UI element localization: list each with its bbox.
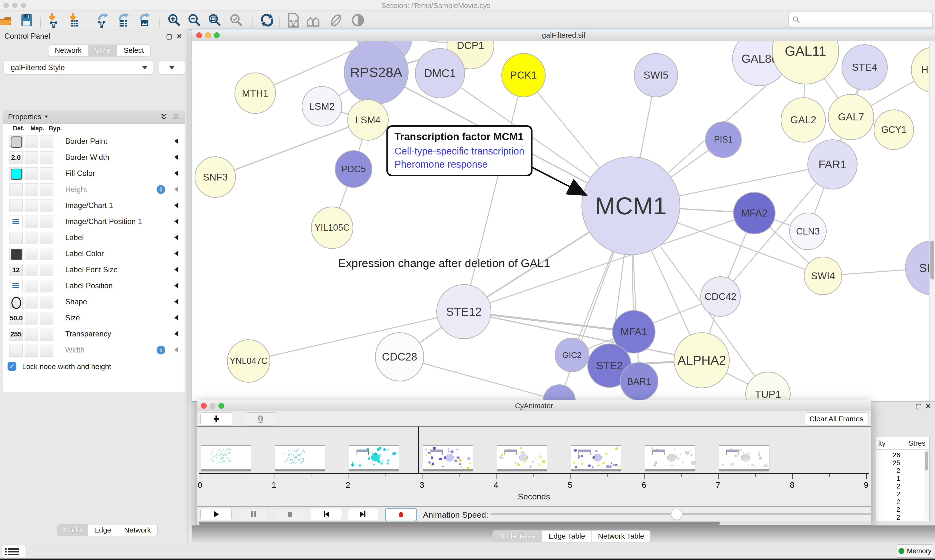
- table-header[interactable]: ity Stres: [876, 437, 929, 449]
- expand-row-icon[interactable]: [174, 299, 178, 304]
- zoom-out-icon[interactable]: [187, 12, 202, 28]
- property-cell[interactable]: [25, 215, 38, 228]
- table-row[interactable]: 26: [881, 451, 900, 459]
- search-input[interactable]: [804, 16, 929, 24]
- tab-edge[interactable]: Edge: [88, 525, 117, 536]
- property-cell[interactable]: [25, 280, 38, 292]
- node-cdc42[interactable]: CDC42: [700, 276, 741, 317]
- property-cell[interactable]: [40, 280, 53, 292]
- node-gcy1[interactable]: GCY1: [874, 109, 914, 150]
- node-lsm2[interactable]: LSM2: [302, 86, 342, 126]
- table-row[interactable]: 2: [881, 506, 900, 514]
- node-mth1[interactable]: MTH1: [235, 72, 276, 114]
- node-pck1[interactable]: PCK1: [501, 53, 546, 97]
- property-row-width[interactable]: Widthi: [3, 342, 185, 358]
- column-ity[interactable]: ity: [878, 439, 886, 448]
- task-history-button[interactable]: [2, 545, 26, 558]
- tab-network[interactable]: Network: [117, 525, 157, 536]
- expand-row-icon[interactable]: [174, 251, 178, 256]
- table-scrollbar[interactable]: [924, 451, 929, 519]
- network-vertical-scrollbar[interactable]: [929, 41, 935, 401]
- node-cln3[interactable]: CLN3: [789, 212, 827, 250]
- stop-button[interactable]: [274, 508, 305, 520]
- property-cell[interactable]: [40, 328, 53, 341]
- property-cell[interactable]: [9, 183, 23, 196]
- close-panel-icon[interactable]: ✕: [926, 402, 931, 410]
- skip-to-start-button[interactable]: [311, 508, 342, 520]
- expand-row-icon[interactable]: [174, 203, 178, 208]
- scrollbar-thumb[interactable]: [199, 522, 720, 525]
- table-row[interactable]: 2: [881, 467, 900, 475]
- tab-network[interactable]: Network: [48, 45, 88, 56]
- expand-row-icon[interactable]: [174, 331, 178, 337]
- tab-node[interactable]: Node: [57, 525, 88, 536]
- property-row-label[interactable]: ⋮›Label: [3, 230, 185, 246]
- property-row-border-paint[interactable]: Border Paint: [3, 133, 185, 149]
- scrollbar-thumb[interactable]: [925, 451, 928, 471]
- property-cell[interactable]: [40, 344, 53, 357]
- column-stress[interactable]: Stres: [909, 439, 926, 448]
- property-row-shape[interactable]: Shape: [3, 294, 185, 310]
- node-swi4[interactable]: SWI4: [804, 257, 842, 295]
- memory-button[interactable]: Memory: [897, 545, 933, 558]
- node-cdc28[interactable]: CDC28: [375, 332, 424, 382]
- table-row[interactable]: 2: [881, 514, 900, 521]
- property-cell[interactable]: [9, 248, 23, 260]
- table-row[interactable]: 2: [881, 498, 900, 506]
- lock-size-row[interactable]: ✓ Lock node width and height: [3, 358, 185, 375]
- node-ynl047c[interactable]: YNL047C: [227, 339, 270, 383]
- table-row[interactable]: 2: [881, 490, 900, 498]
- network-window-titlebar[interactable]: galFiltered.sif: [192, 29, 935, 41]
- node-mfa2[interactable]: MFA2: [733, 192, 776, 234]
- tab-node-table[interactable]: Node Table: [492, 531, 542, 542]
- property-cell[interactable]: [9, 296, 23, 308]
- export-table-icon[interactable]: [116, 12, 132, 28]
- node-pdc5[interactable]: PDC5: [335, 150, 372, 188]
- node-lsm4[interactable]: LSM4: [347, 99, 389, 141]
- cyanimator-titlebar[interactable]: CyAnimator: [197, 400, 871, 412]
- node-gic2[interactable]: GIC2: [555, 338, 589, 372]
- property-cell[interactable]: [9, 200, 23, 212]
- property-cell[interactable]: [40, 215, 53, 228]
- property-row-border-width[interactable]: 2.0Border Width: [3, 149, 185, 166]
- property-cell[interactable]: [9, 168, 23, 180]
- style-options-button[interactable]: [159, 61, 185, 75]
- open-folder-icon[interactable]: [0, 12, 13, 28]
- property-row-label-color[interactable]: Label Color: [3, 246, 185, 262]
- property-cell[interactable]: [25, 264, 38, 276]
- node-bar1[interactable]: BAR1: [620, 362, 659, 401]
- property-row-image-chart-position-1[interactable]: Image/Chart Position 1: [3, 214, 185, 230]
- expand-row-icon[interactable]: [174, 171, 178, 176]
- collapse-all-icon[interactable]: [171, 112, 181, 122]
- search-field[interactable]: [788, 12, 933, 28]
- node-far1[interactable]: FAR1: [807, 139, 858, 189]
- property-cell[interactable]: [40, 232, 53, 244]
- zoom-selected-icon[interactable]: [228, 12, 244, 28]
- slider-thumb[interactable]: [671, 509, 682, 520]
- property-row-label-font-size[interactable]: 12Label Font Size: [3, 262, 185, 278]
- expand-row-icon[interactable]: [174, 347, 178, 352]
- add-frame-button[interactable]: [201, 412, 232, 426]
- property-row-size[interactable]: 50.0Size: [3, 310, 185, 326]
- info-icon[interactable]: i: [157, 185, 165, 194]
- float-panel-icon[interactable]: ▢: [915, 402, 922, 410]
- tab-edge-table[interactable]: Edge Table: [542, 531, 591, 542]
- expand-row-icon[interactable]: [174, 154, 178, 160]
- property-cell[interactable]: 50.0: [9, 312, 23, 325]
- property-row-height[interactable]: Heighti: [3, 182, 185, 198]
- property-cell[interactable]: [40, 183, 53, 196]
- frame-thumbnail-4[interactable]: [497, 445, 547, 469]
- table-row[interactable]: 2: [881, 482, 900, 490]
- timeline-playhead[interactable]: [418, 427, 419, 473]
- property-row-image-chart-1[interactable]: Image/Chart 1: [3, 197, 185, 214]
- show-icon[interactable]: [350, 12, 366, 28]
- tab-network-table[interactable]: Network Table: [591, 531, 651, 542]
- property-cell[interactable]: [25, 248, 38, 260]
- property-cell[interactable]: [40, 135, 53, 148]
- skip-to-end-button[interactable]: [347, 508, 378, 520]
- tab-select[interactable]: Select: [117, 45, 150, 56]
- cyanimator-timeline[interactable]: [197, 427, 871, 473]
- node-rps28a[interactable]: RPS28A: [344, 41, 409, 105]
- hide-icon[interactable]: [328, 12, 344, 28]
- delete-frame-button[interactable]: [245, 412, 276, 426]
